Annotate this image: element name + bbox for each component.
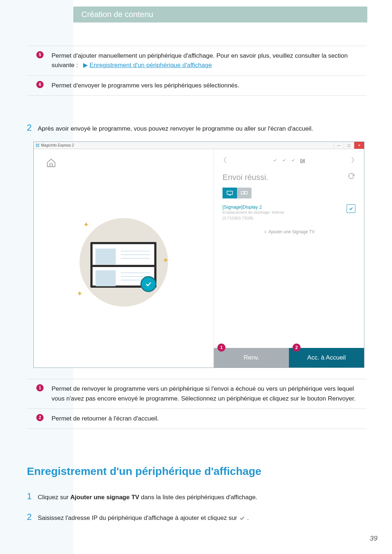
monitor-icon [90,242,156,288]
plus-icon: ＋ [263,229,268,234]
step-row: 1 Cliquez sur Ajouter une signage TV dan… [27,491,367,502]
home-icon[interactable] [46,158,56,168]
step-text: dans la liste des périphériques d'affich… [139,494,257,501]
step-row: 2 Après avoir envoyé le programme, vous … [27,123,367,134]
svg-rect-0 [36,144,37,145]
header-band: Création de contenu [73,7,367,22]
sparkle-icon: ✦ [77,289,83,298]
svg-rect-6 [245,192,248,194]
step-row: 2 Saisissez l'adresse IP du périphérique… [27,512,367,523]
step-check-icon [282,158,286,163]
device-item[interactable]: [Signage]Display 2 Emplacement de stocka… [222,204,355,221]
ribbon-check-icon [140,276,156,292]
go-home-button[interactable]: 2 Acc. à Accueil [289,348,364,368]
section-heading: Enregistrement d'un périphérique d'affic… [27,465,367,477]
resend-button[interactable]: 1 Renv. [214,348,289,368]
tab-monitor-icon[interactable] [222,188,237,198]
close-icon[interactable]: ✕ [354,142,364,149]
step-check-icon [273,158,277,163]
step-indicator: 04 [273,158,305,163]
step-text: Saisissez l'adresse IP du périphérique d… [38,514,239,521]
device-name: [Signage]Display 2 [222,204,284,210]
header-title: Création de contenu [81,10,153,19]
maximize-icon[interactable]: ▢ [344,142,354,149]
step-number: 2 [27,123,38,134]
svg-rect-3 [38,145,39,147]
device-storage-size: (3.71GB/3.73GB) [222,216,284,221]
chevron-left-icon[interactable] [222,156,228,166]
svg-rect-4 [227,191,233,194]
step-text: Cliquez sur [38,494,70,501]
svg-rect-2 [36,145,37,147]
step-check-icon [291,158,295,163]
bullet-5-icon: 5 [36,51,44,58]
svg-rect-5 [241,192,244,194]
sparkle-icon: ✦ [162,256,169,265]
bullet-2-icon: 2 [36,414,44,421]
row-text: Permet de retourner à l'écran d'accueil. [52,414,367,423]
minimize-icon[interactable]: — [334,142,344,149]
window-controls: — ▢ ✕ [334,142,364,149]
page-number: 39 [370,534,377,542]
table-row: 2 Permet de retourner à l'écran d'accuei… [27,409,367,428]
svg-rect-1 [38,144,39,145]
bullet-1-icon: 1 [36,384,44,391]
success-illustration: ✦ ✦ ✦ [79,218,168,307]
check-icon [239,515,245,521]
sparkle-icon: ✦ [83,220,89,229]
register-link[interactable]: Enregistrement d'un périphérique d'affic… [90,62,212,69]
refresh-icon[interactable] [347,172,355,182]
top-table: 5 Permet d'ajouter manuellement un périp… [27,46,367,96]
bullet-6-icon: 6 [36,81,44,88]
row-text: Permet de renvoyer le programme vers un … [52,384,367,403]
app-logo-icon [36,144,40,147]
step-text: . [247,514,249,521]
callout-2: 2 [293,344,301,352]
device-check-icon[interactable] [347,204,355,213]
window-titlebar: MagicInfo Express 2 — ▢ ✕ [34,142,364,149]
device-storage: Emplacement de stockage: Interne [222,210,284,215]
resend-label: Renv. [244,354,259,361]
tab-dual-icon[interactable] [237,188,252,198]
device-tabs [222,188,252,198]
go-home-label: Acc. à Accueil [307,354,346,361]
bottom-table: 1 Permet de renvoyer le programme vers u… [27,379,367,429]
triangle-icon: ▶ [83,62,88,69]
table-row: 5 Permet d'ajouter manuellement un périp… [27,46,367,75]
app-screenshot: MagicInfo Express 2 — ▢ ✕ ✦ ✦ ✦ [33,141,364,368]
row-text: Permet d'envoyer le programme vers les p… [52,81,367,90]
step-text: Après avoir envoyé le programme, vous po… [38,123,367,134]
table-row: 6 Permet d'envoyer le programme vers les… [27,76,367,95]
step-bold: Ajouter une signage TV [70,494,139,501]
table-row: 1 Permet de renvoyer le programme vers u… [27,379,367,409]
step-number: 1 [27,491,38,502]
chevron-right-icon[interactable] [350,156,355,166]
add-signage-button[interactable]: ＋ Ajouter une Signage TV [214,229,364,235]
callout-1: 1 [217,344,225,352]
step-number: 2 [27,512,38,523]
pane-title: Envoi réussi. [222,173,268,182]
window-title: MagicInfo Express 2 [41,143,74,147]
step-current: 04 [300,158,305,163]
